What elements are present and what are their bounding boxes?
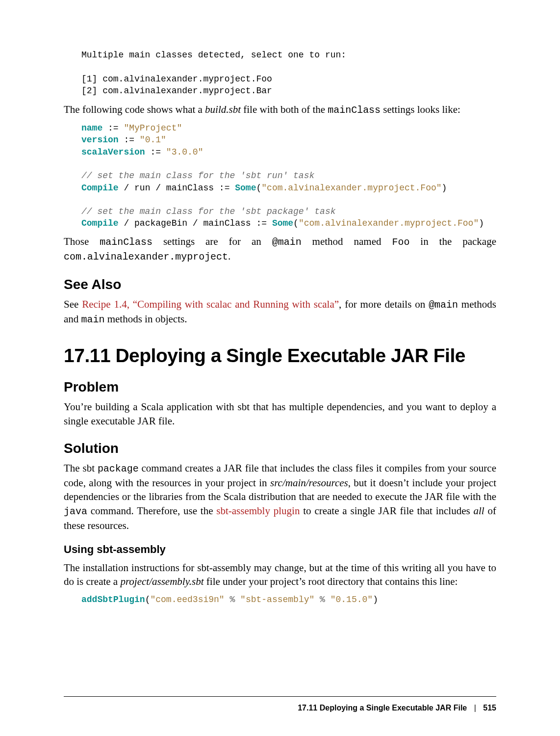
paragraph: The sbt package command creates a JAR fi… (64, 461, 496, 532)
solution-heading: Solution (64, 441, 496, 456)
code-block-build-sbt: name := "MyProject" version := "0.1" sca… (81, 122, 496, 230)
problem-heading: Problem (64, 379, 496, 395)
code-inline: com.alvinalexander.myproject (64, 251, 228, 263)
footer-rule (64, 696, 496, 697)
text: command. Therefore, use the (87, 505, 216, 517)
text: Those (64, 236, 100, 247)
code-token: ( (293, 218, 299, 228)
code-token: ( (256, 183, 261, 193)
code-string: "com.eed3si9n" (150, 595, 224, 605)
text: settings are for an (153, 236, 272, 247)
code-inline: Foo (392, 237, 409, 248)
using-sbt-assembly-heading: Using sbt-assembly (64, 543, 496, 556)
text: file under your project’s root directory… (204, 576, 458, 587)
page-number: 515 (483, 704, 496, 712)
text: methods in objects. (104, 313, 187, 325)
code-token: ( (145, 595, 151, 605)
code-string: "com.alvinalexander.myproject.Foo" (299, 218, 479, 228)
code-comment: // set the main class for the 'sbt run' … (81, 171, 314, 181)
code-token: ) (373, 595, 378, 605)
paragraph: You’re building a Scala application with… (64, 400, 496, 428)
cross-reference-link[interactable]: Recipe 1.4, “Compiling with scalac and R… (82, 298, 339, 310)
path-italic: src/main/resources (270, 477, 348, 489)
footer-section-title: 17.11 Deploying a Single Executable JAR … (298, 704, 467, 712)
path-italic: project/assembly.sbt (120, 576, 204, 587)
text: to create a single JAR file that include… (300, 505, 473, 517)
code-block-addsbtplugin: addSbtPlugin("com.eed3si9n" % "sbt-assem… (81, 594, 496, 605)
code-token: ) (479, 218, 484, 228)
text: The following code shows what a (64, 104, 205, 115)
code-inline: main (81, 314, 105, 325)
code-inline: @main (272, 237, 302, 248)
code-token: addSbtPlugin (81, 595, 145, 605)
code-string: "0.15.0" (331, 595, 373, 605)
code-inline: mainClass (328, 105, 381, 116)
code-token: := (145, 147, 166, 157)
code-inline: mainClass (100, 237, 153, 248)
text: . (228, 250, 230, 262)
paragraph: The following code shows what a build.sb… (64, 103, 496, 117)
emphasis: all (474, 505, 484, 517)
paragraph: See Recipe 1.4, “Compiling with scalac a… (64, 297, 496, 327)
external-link[interactable]: sbt-assembly plugin (216, 505, 300, 517)
code-comment: // set the main class for the 'sbt packa… (81, 207, 335, 216)
code-token: / packageBin / mainClass := (119, 218, 272, 228)
see-also-heading: See Also (64, 277, 496, 292)
code-token: Some (235, 183, 256, 193)
paragraph: Those mainClass settings are for an @mai… (64, 235, 496, 264)
code-string: "3.0.0" (166, 147, 204, 157)
page-footer: 17.11 Deploying a Single Executable JAR … (298, 704, 496, 712)
code-token: Compile (81, 218, 119, 228)
section-heading: 17.11 Deploying a Single Executable JAR … (64, 345, 496, 367)
code-inline: package (98, 463, 139, 474)
text: , for more details on (339, 298, 429, 310)
code-token: ) (442, 183, 447, 193)
code-token: % (225, 595, 240, 605)
code-token: scalaVersion (81, 147, 145, 157)
text: file with both of the (241, 104, 328, 115)
code-token: := (119, 135, 140, 145)
text: See (64, 298, 82, 310)
code-token: version (81, 135, 119, 145)
code-token: % (314, 595, 330, 605)
code-string: "com.alvinalexander.myproject.Foo" (261, 183, 441, 193)
text: The sbt (64, 462, 98, 474)
text: method named (302, 236, 392, 247)
code-block-main-classes: Multiple main classes detected, select o… (81, 49, 496, 97)
code-token: name (81, 123, 102, 133)
footer-separator: | (474, 704, 476, 712)
code-token: / run / mainClass := (119, 183, 235, 193)
code-string: "MyProject" (124, 123, 182, 133)
code-inline: java (64, 506, 87, 517)
code-token: Some (272, 218, 293, 228)
code-token: := (102, 123, 124, 133)
text: in the package (409, 236, 496, 247)
text: settings looks like: (381, 104, 460, 115)
code-string: "sbt-assembly" (240, 595, 314, 605)
paragraph: The installation instructions for sbt-as… (64, 561, 496, 589)
code-string: "0.1" (140, 135, 166, 145)
code-inline: @main (429, 299, 458, 311)
filename-italic: build.sbt (205, 104, 241, 115)
code-token: Compile (81, 183, 119, 193)
